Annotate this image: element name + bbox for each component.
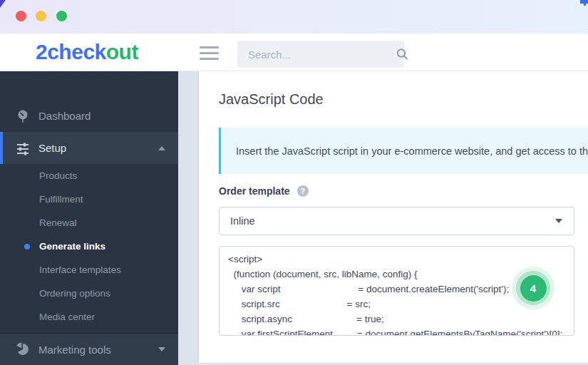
info-alert-text: Insert the JavaScript script in your e-c… bbox=[221, 145, 588, 157]
search-box bbox=[237, 41, 404, 68]
window-titlebar bbox=[0, 0, 588, 34]
sidebar-item-products[interactable]: Products bbox=[0, 164, 178, 187]
sidebar-item-label: Dashboard bbox=[38, 110, 91, 122]
sidebar-item-media-center[interactable]: Media center bbox=[0, 305, 178, 329]
help-question-icon[interactable]: ? bbox=[297, 185, 309, 197]
logo-text-green: out bbox=[106, 40, 138, 63]
decor-corner-right bbox=[580, 0, 588, 4]
search-input[interactable] bbox=[237, 48, 396, 61]
sidebar-navigation: Dashboard Setup Products Fulfillment R bbox=[0, 71, 178, 365]
page-title: JavaScript Code bbox=[219, 91, 324, 108]
sidebar-item-renewal[interactable]: Renewal bbox=[0, 211, 178, 235]
sidebar-item-dashboard[interactable]: Dashboard bbox=[0, 100, 178, 132]
top-header: 2checkout bbox=[0, 34, 588, 71]
active-dot-icon bbox=[24, 244, 30, 250]
pie-chart-icon bbox=[16, 342, 30, 356]
chevron-down-icon bbox=[555, 219, 562, 223]
order-template-select[interactable]: Inline bbox=[219, 207, 574, 235]
sidebar-item-setup[interactable]: Setup bbox=[0, 132, 178, 164]
tour-step-number: 4 bbox=[520, 275, 547, 302]
window-minimize-button[interactable] bbox=[36, 11, 46, 21]
window-maximize-button[interactable] bbox=[56, 11, 67, 21]
chevron-down-icon bbox=[158, 347, 165, 351]
sidebar-item-label: Media center bbox=[39, 312, 95, 322]
tour-step-badge[interactable]: 4 bbox=[512, 267, 555, 309]
sidebar-item-generate-links[interactable]: Generate links bbox=[0, 235, 178, 258]
logo-text-blue: 2check bbox=[36, 40, 106, 63]
order-template-field: Order template ? bbox=[219, 185, 309, 197]
decor-corner-left bbox=[0, 0, 6, 8]
sidebar-item-label: Marketing tools bbox=[38, 344, 111, 356]
select-value: Inline bbox=[220, 215, 555, 227]
sidebar-item-label: Products bbox=[39, 170, 77, 181]
sidebar-item-label: Interface templates bbox=[39, 264, 121, 275]
sidebar-item-label: Generate links bbox=[39, 241, 105, 252]
setup-submenu: Products Fulfillment Renewal Generate li… bbox=[0, 164, 178, 329]
chevron-up-icon bbox=[158, 146, 165, 150]
main-content: JavaScript Code Insert the JavaScript sc… bbox=[198, 71, 588, 363]
hamburger-menu-icon[interactable] bbox=[200, 46, 220, 62]
sidebar-item-ordering-options[interactable]: Ordering options bbox=[0, 282, 178, 305]
sidebar-item-label: Fulfillment bbox=[39, 194, 83, 205]
search-icon[interactable] bbox=[396, 48, 408, 61]
info-alert: Insert the JavaScript script in your e-c… bbox=[219, 128, 588, 174]
sidebar-item-label: Renewal bbox=[39, 217, 77, 228]
tour-step-badge-ring: 4 bbox=[516, 271, 550, 305]
sidebar-item-fulfillment[interactable]: Fulfillment bbox=[0, 187, 178, 211]
sidebar-item-marketing-tools[interactable]: Marketing tools bbox=[0, 333, 178, 365]
sidebar-item-interface-templates[interactable]: Interface templates bbox=[0, 258, 178, 282]
app-window: 2checkout Dashboard bbox=[0, 0, 588, 365]
sidebar-item-label: Ordering options bbox=[39, 288, 110, 299]
sidebar-item-label: Setup bbox=[38, 142, 66, 154]
gauge-icon bbox=[16, 109, 30, 123]
sliders-icon bbox=[16, 141, 30, 155]
brand-logo[interactable]: 2checkout bbox=[36, 40, 138, 64]
order-template-label: Order template bbox=[219, 185, 290, 197]
window-close-button[interactable] bbox=[16, 11, 26, 21]
